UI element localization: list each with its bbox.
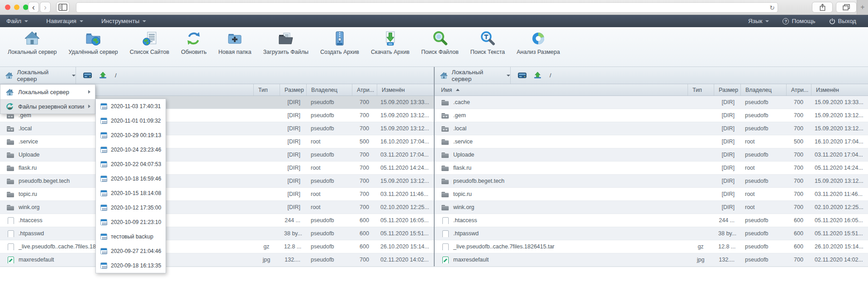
table-row[interactable]: _live.pseudofb..cache.7files.1826415.tar… (435, 240, 868, 253)
column-header-modified[interactable]: Изменён (377, 84, 434, 95)
backup-menu-item[interactable]: 2020-10-18 16:59:46 (96, 171, 166, 186)
table-row[interactable]: topic.ru [DIR] root 700 03.11.2020 11:46… (435, 188, 868, 201)
table-row[interactable]: .service [DIR] root 500 16.10.2020 17:04… (435, 135, 868, 148)
backup-menu-item[interactable]: тестовый backup (96, 229, 166, 244)
column-header-type[interactable]: Тип (253, 84, 280, 95)
file-type-icon (441, 243, 449, 250)
table-row[interactable]: .service [DIR] root 500 16.10.2020 17:04… (0, 135, 434, 148)
column-header-size[interactable]: Размер (714, 84, 740, 95)
toolbar-button-search-files[interactable]: Поиск Файлов (415, 27, 465, 55)
menu-logout[interactable]: Выход (829, 18, 856, 24)
table-row[interactable]: .htaccess 244 ... pseudofb 600 05.11.202… (0, 214, 434, 227)
menu-item-local-server[interactable]: Локальный сервер (0, 85, 95, 99)
file-name-cell: Uploade (435, 152, 688, 158)
column-header-owner[interactable]: Владелец (306, 84, 352, 95)
toolbar-button-site-list[interactable]: Список Сайтов (124, 27, 175, 55)
file-modified-cell: 03.11.2020 17:04... (377, 152, 434, 158)
file-attrs-cell: 700 (786, 125, 811, 132)
calendar-icon (100, 176, 107, 182)
table-row[interactable]: .htpasswd 38 by... pseudofb 600 05.11.20… (0, 227, 434, 240)
backup-menu-item[interactable]: 2020-10-22 04:07:53 (96, 157, 166, 171)
left-upload-button[interactable] (99, 72, 107, 79)
backup-menu-item[interactable]: 2020-09-27 21:04:46 (96, 244, 166, 258)
menu-help[interactable]: ?Помощь (783, 18, 815, 24)
menu-language[interactable]: Язык (748, 18, 769, 24)
share-button[interactable] (812, 2, 833, 13)
file-name: .local (453, 125, 466, 132)
column-header-attrs[interactable]: Атри... (352, 84, 377, 95)
backup-menu-item[interactable]: 2020-11-01 01:09:32 (96, 114, 166, 128)
table-row[interactable]: .htpasswd 38 by... pseudofb 600 05.11.20… (435, 227, 868, 240)
table-row[interactable]: pseudofb.beget.tech [DIR] pseudofb 700 1… (0, 175, 434, 188)
toolbar-button-create-archive[interactable]: Создать Архив (314, 27, 365, 55)
table-row[interactable]: wink.org [DIR] root 700 02.10.2020 12:25… (0, 201, 434, 214)
table-row[interactable]: maxresdefault jpg 132.... pseudofb 700 0… (0, 253, 434, 267)
backup-menu-item[interactable]: 2020-10-24 23:23:46 (96, 143, 166, 157)
table-row[interactable]: flask.ru [DIR] root 700 05.11.2020 14:24… (435, 162, 868, 175)
close-window-button[interactable] (5, 5, 10, 10)
table-row[interactable]: .local [DIR] pseudofb 700 15.09.2020 13:… (435, 122, 868, 135)
table-row[interactable]: _live.pseudofb..cache.7files.1826415.tar… (0, 240, 434, 253)
left-disk-info-button[interactable] (83, 72, 92, 78)
toolbar-button-remote-server[interactable]: Удалённый сервер (63, 27, 124, 55)
backup-menu-item[interactable]: 2020-10-09 21:23:10 (96, 215, 166, 229)
column-header-owner[interactable]: Владелец (740, 84, 786, 95)
file-size-cell: 38 by... (714, 230, 740, 237)
table-row[interactable]: flask.ru [DIR] root 700 05.11.2020 14:24… (0, 162, 434, 175)
backup-menu-item[interactable]: 2020-10-12 17:35:00 (96, 200, 166, 215)
back-button[interactable]: ‹ (28, 2, 39, 13)
backup-menu-item[interactable]: 2020-10-29 00:19:13 (96, 128, 166, 143)
toolbar-button-refresh[interactable]: Обновить (175, 27, 213, 55)
toolbar-button-local-server[interactable]: Локальный сервер (2, 27, 63, 55)
file-attrs-cell: 700 (352, 152, 377, 158)
toolbar-button-size-analysis[interactable]: Анализ Размера (511, 27, 566, 55)
backup-menu-item[interactable]: 2020-10-15 18:14:08 (96, 186, 166, 200)
right-upload-button[interactable] (534, 72, 541, 79)
table-row[interactable]: Uploade [DIR] pseudofb 700 03.11.2020 17… (0, 148, 434, 162)
toolbar-button-new-folder[interactable]: Новая папка (213, 27, 257, 55)
menu-file[interactable]: Файл (6, 18, 28, 24)
column-header-name[interactable]: Имя (435, 84, 688, 95)
toolbar-button-search-text[interactable]: Поиск Текста (465, 27, 511, 55)
right-server-selector[interactable]: Локальный сервер (435, 67, 511, 84)
file-modified-cell: 02.10.2020 12:25... (377, 204, 434, 210)
backup-menu-item[interactable]: 2020-09-18 16:13:35 (96, 258, 166, 273)
table-row[interactable]: Uploade [DIR] pseudofb 700 03.11.2020 17… (435, 148, 868, 162)
table-row[interactable]: .htaccess 244 ... pseudofb 600 05.11.202… (435, 214, 868, 227)
file-attrs-cell: 700 (352, 165, 377, 171)
browser-chrome: ‹ › ↻ + (0, 0, 868, 15)
upload-icon (99, 72, 107, 79)
file-name: .htaccess (19, 217, 43, 224)
table-row[interactable]: .cache [DIR] pseudofb 700 15.09.2020 13:… (435, 96, 868, 109)
column-header-type[interactable]: Тип (688, 84, 714, 95)
menu-file-label: Файл (6, 18, 21, 24)
new-tab-button[interactable]: + (857, 0, 868, 14)
tab-overview-button[interactable] (836, 2, 857, 13)
right-disk-info-button[interactable] (518, 72, 526, 78)
table-row[interactable]: wink.org [DIR] root 700 02.10.2020 12:25… (435, 201, 868, 214)
table-row[interactable]: topic.ru [DIR] root 700 03.11.2020 11:46… (0, 188, 434, 201)
backup-menu-item[interactable]: 2020-11-03 17:40:31 (96, 99, 166, 114)
toolbar-button-download-archive[interactable]: Скачать Архив (365, 27, 415, 55)
left-server-selector[interactable]: Локальный сервер (0, 67, 76, 84)
table-row[interactable]: pseudofb.beget.tech [DIR] pseudofb 700 1… (435, 175, 868, 188)
minimize-window-button[interactable] (14, 5, 19, 10)
menu-tools[interactable]: Инструменты (101, 18, 146, 24)
table-row[interactable]: maxresdefault jpg 132.... pseudofb 700 0… (435, 253, 868, 267)
reload-icon[interactable]: ↻ (767, 4, 778, 11)
column-header-modified[interactable]: Изменён (811, 84, 868, 95)
column-label: Тип (693, 87, 702, 93)
file-name: maxresdefault (453, 257, 489, 263)
toolbar-button-upload-files[interactable]: Загрузить Файлы (257, 27, 314, 55)
file-modified-cell: 15.09.2020 13:12... (377, 112, 434, 119)
forward-button[interactable]: › (40, 2, 51, 13)
table-row[interactable]: .gem [DIR] pseudofb 700 15.09.2020 13:12… (435, 109, 868, 122)
table-row[interactable]: .local [DIR] pseudofb 700 15.09.2020 13:… (0, 122, 434, 135)
menu-navigation[interactable]: Навигация (46, 18, 83, 24)
sidebar-toggle-button[interactable] (56, 2, 70, 13)
backup-date-label: 2020-10-22 04:07:53 (111, 161, 161, 167)
column-header-attrs[interactable]: Атри... (786, 84, 811, 95)
menu-item-backup-files[interactable]: Файлы резервной копии (0, 99, 95, 114)
address-input[interactable] (76, 3, 767, 12)
column-header-size[interactable]: Размер (280, 84, 306, 95)
